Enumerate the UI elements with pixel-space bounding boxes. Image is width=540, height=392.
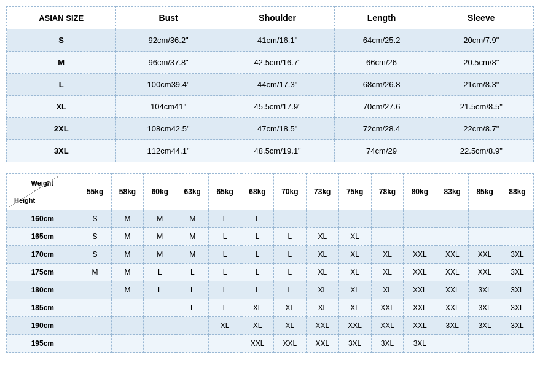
size-chart-table: ASIAN SIZEBustShoulderLengthSleeve S92cm… <box>6 6 534 162</box>
weight-value-cell: 3XL <box>501 281 534 299</box>
weight-value-cell: XL <box>306 264 338 281</box>
weight-value-cell <box>404 210 436 228</box>
weight-value-cell: 3XL <box>501 317 534 335</box>
weight-value-cell: 3XL <box>501 246 534 264</box>
weight-table-body: 160cmSMMMLL165cmSMMMLLLXLXL170cmSMMMLLLX… <box>7 210 534 353</box>
size-cell: XL <box>7 96 116 118</box>
corner-header: WeightHeight <box>7 174 79 210</box>
weight-header-85: 85kg <box>469 174 501 210</box>
weight-value-cell: 3XL <box>469 281 501 299</box>
weight-value-cell: L <box>209 281 241 299</box>
size-row-s: S92cm/36.2"41cm/16.1"64cm/25.220cm/7.9" <box>7 29 534 52</box>
weight-value-cell <box>144 335 176 353</box>
weight-value-cell: XL <box>371 246 404 264</box>
size-header-sleeve: Sleeve <box>429 7 533 29</box>
size-header-bust: Bust <box>116 7 221 29</box>
weight-value-cell: 3XL <box>338 335 371 353</box>
size-cell: 72cm/28.4 <box>334 118 429 140</box>
height-cell: 160cm <box>7 210 79 228</box>
size-cell: 68cm/26.8 <box>334 74 429 96</box>
size-row-xl: XL104cm41"45.5cm/17.9"70cm/27.621.5cm/8.… <box>7 96 534 118</box>
size-header-length: Length <box>334 7 429 29</box>
size-cell: 100cm39.4" <box>116 74 221 96</box>
size-row-3xl: 3XL112cm44.1"48.5cm/19.1"74cm/2922.5cm/8… <box>7 140 534 162</box>
size-cell: 41cm/16.1" <box>221 29 334 52</box>
weight-value-cell <box>371 210 404 228</box>
size-cell: 47cm/18.5" <box>221 118 334 140</box>
size-cell: 112cm44.1" <box>116 140 221 162</box>
weight-value-cell <box>144 299 176 317</box>
weight-header-70: 70kg <box>273 174 306 210</box>
weight-value-cell: 3XL <box>469 317 501 335</box>
weight-value-cell: S <box>79 246 111 264</box>
weight-header-58: 58kg <box>111 174 144 210</box>
weight-value-cell: 3XL <box>371 335 404 353</box>
weight-value-cell: XXL <box>404 246 436 264</box>
weight-value-cell: M <box>111 210 144 228</box>
weight-value-cell: M <box>176 246 209 264</box>
weight-value-cell: XXL <box>404 281 436 299</box>
weight-row-190cm: 190cmXLXLXLXXLXXLXXLXXL3XL3XL3XL <box>7 317 534 335</box>
weight-value-cell: XL <box>306 299 338 317</box>
weight-value-cell: M <box>111 228 144 246</box>
weight-value-cell <box>79 335 111 353</box>
weight-value-cell: L <box>241 281 274 299</box>
weight-value-cell: M <box>111 281 144 299</box>
weight-value-cell: L <box>273 228 306 246</box>
weight-value-cell: XL <box>338 246 371 264</box>
weight-value-cell: XXL <box>371 317 404 335</box>
weight-value-cell: M <box>111 264 144 281</box>
weight-value-cell <box>469 210 501 228</box>
size-cell: 64cm/25.2 <box>334 29 429 52</box>
weight-value-cell: L <box>176 299 209 317</box>
weight-value-cell: L <box>144 264 176 281</box>
weight-value-cell: 3XL <box>404 335 436 353</box>
weight-value-cell: L <box>176 281 209 299</box>
size-cell: 20.5cm/8" <box>429 52 533 74</box>
weight-value-cell <box>404 228 436 246</box>
size-header-shoulder: Shoulder <box>221 7 334 29</box>
weight-value-cell <box>209 335 241 353</box>
size-cell: 2XL <box>7 118 116 140</box>
weight-value-cell: L <box>209 210 241 228</box>
height-label: Height <box>14 197 35 204</box>
weight-row-185cm: 185cmLLXLXLXLXLXXLXXLXXL3XL3XL <box>7 299 534 317</box>
weight-header-55: 55kg <box>79 174 111 210</box>
height-cell: 195cm <box>7 335 79 353</box>
weight-value-cell: XXL <box>436 264 469 281</box>
weight-header-73: 73kg <box>306 174 338 210</box>
weight-height-table: WeightHeight55kg58kg60kg63kg65kg68kg70kg… <box>6 173 534 353</box>
height-cell: 170cm <box>7 246 79 264</box>
size-cell: 66cm/26 <box>334 52 429 74</box>
weight-value-cell: 3XL <box>501 264 534 281</box>
weight-value-cell: L <box>273 264 306 281</box>
weight-value-cell: XXL <box>241 335 274 353</box>
weight-value-cell: XXL <box>469 246 501 264</box>
size-cell: S <box>7 29 116 52</box>
weight-value-cell <box>176 335 209 353</box>
size-cell: 22cm/8.7" <box>429 118 533 140</box>
weight-value-cell: L <box>241 228 274 246</box>
weight-value-cell <box>436 228 469 246</box>
weight-value-cell <box>469 335 501 353</box>
weight-value-cell: M <box>144 210 176 228</box>
size-cell: M <box>7 52 116 74</box>
weight-value-cell: XXL <box>404 317 436 335</box>
weight-value-cell <box>273 210 306 228</box>
size-cell: 44cm/17.3" <box>221 74 334 96</box>
weight-value-cell: L <box>144 281 176 299</box>
weight-value-cell <box>79 299 111 317</box>
weight-value-cell <box>338 210 371 228</box>
weight-value-cell: L <box>176 264 209 281</box>
weight-value-cell: XXL <box>306 317 338 335</box>
weight-value-cell: XL <box>338 264 371 281</box>
size-row-2xl: 2XL108cm42.5"47cm/18.5"72cm/28.422cm/8.7… <box>7 118 534 140</box>
size-cell: 74cm/29 <box>334 140 429 162</box>
weight-value-cell <box>111 317 144 335</box>
weight-value-cell: 3XL <box>469 299 501 317</box>
weight-value-cell <box>436 335 469 353</box>
weight-header-75: 75kg <box>338 174 371 210</box>
table-divider <box>6 168 534 173</box>
weight-value-cell: L <box>241 210 274 228</box>
height-cell: 175cm <box>7 264 79 281</box>
